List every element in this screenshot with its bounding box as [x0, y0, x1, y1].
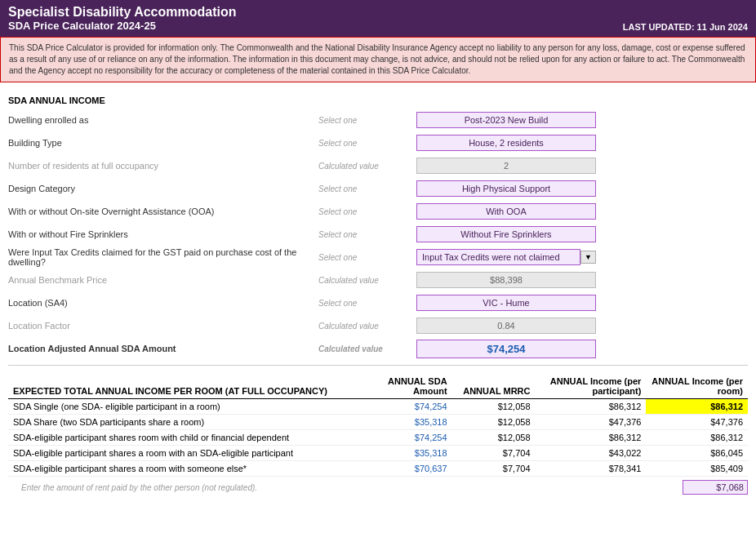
row-pr: $86,312 — [646, 399, 748, 415]
tax-hint: Select one — [318, 253, 416, 262]
building-type-select[interactable]: House, 2 residents — [416, 135, 596, 151]
ooa-select[interactable]: With OOA — [416, 203, 596, 220]
ooa-value-wrap: With OOA — [416, 203, 596, 220]
design-label: Design Category — [8, 184, 318, 193]
row-pr: $86,312 — [646, 430, 748, 446]
sprinklers-hint: Select one — [318, 230, 416, 239]
benchmark-hint: Calculated value — [318, 276, 416, 285]
tax-value-wrap: Input Tax Credits were not claimed ▼ — [416, 249, 596, 265]
benchmark-label: Annual Benchmark Price — [8, 275, 318, 285]
location-select[interactable]: VIC - Hume — [416, 295, 596, 311]
row-sda: $35,318 — [359, 415, 451, 430]
app-title: Specialist Disability Accommodation — [8, 5, 236, 20]
disclaimer-text: This SDA Price Calculator is provided fo… — [9, 43, 745, 75]
row-pp: $47,376 — [536, 415, 647, 430]
dwelling-label: Dwelling enrolled as — [8, 115, 318, 125]
factor-hint: Calculated value — [318, 322, 416, 331]
table-row: SDA-eligible participant shares a room w… — [8, 461, 748, 477]
location-label: Location (SA4) — [8, 298, 318, 308]
row-desc: SDA Single (one SDA- eligible participan… — [8, 399, 359, 415]
row-sda: $70,637 — [359, 461, 451, 477]
ooa-label: With or without On-site Overnight Assist… — [8, 207, 318, 216]
ooa-row: With or without On-site Overnight Assist… — [8, 202, 748, 221]
table-row: SDA Share (two SDA participants share a … — [8, 415, 748, 430]
adjusted-value-wrap: $74,254 — [416, 340, 596, 358]
row-mrrc: $7,704 — [452, 446, 536, 461]
row-mrrc: $12,058 — [452, 415, 536, 430]
factor-value-wrap: 0.84 — [416, 318, 596, 334]
last-updated: LAST UPDATED: 11 Jun 2024 — [623, 22, 748, 32]
row-sda: $35,318 — [359, 446, 451, 461]
sprinklers-row: With or without Fire Sprinklers Select o… — [8, 224, 748, 244]
sprinklers-label: With or without Fire Sprinklers — [8, 229, 318, 239]
row-mrrc: $7,704 — [452, 461, 536, 477]
dwelling-hint: Select one — [318, 116, 416, 125]
page-header: Specialist Disability Accommodation SDA … — [0, 0, 756, 37]
residents-row: Number of residents at full occupancy Ca… — [8, 156, 748, 175]
row-pr: $85,409 — [646, 461, 748, 477]
row-pp: $78,341 — [536, 461, 647, 477]
adjusted-row: Location Adjusted Annual SDA Amount Calc… — [8, 339, 748, 358]
residents-hint: Calculated value — [318, 162, 416, 171]
building-type-label: Building Type — [8, 138, 318, 148]
row-pr: $86,045 — [646, 446, 748, 461]
adjusted-hint: Calculated value — [318, 344, 416, 353]
row-sda: $74,254 — [359, 430, 451, 446]
sprinklers-value-wrap: Without Fire Sprinklers — [416, 226, 596, 242]
tax-select[interactable]: Input Tax Credits were not claimed — [416, 249, 580, 265]
adjusted-value: $74,254 — [416, 340, 596, 358]
design-hint: Select one — [318, 184, 416, 193]
benchmark-value: $88,398 — [416, 272, 596, 288]
table-header-row: EXPECTED TOTAL ANNUAL INCOME PER ROOM (A… — [8, 374, 748, 399]
residents-label: Number of residents at full occupancy — [8, 161, 318, 171]
residents-value-wrap: 2 — [416, 158, 596, 174]
benchmark-row: Annual Benchmark Price Calculated value … — [8, 270, 748, 290]
row-desc: SDA-eligible participant shares a room w… — [8, 446, 359, 461]
dwelling-select[interactable]: Post-2023 New Build — [416, 112, 596, 128]
building-type-hint: Select one — [318, 139, 416, 148]
col-mrrc-header: ANNUAL MRRC — [452, 374, 536, 399]
income-table: EXPECTED TOTAL ANNUAL INCOME PER ROOM (A… — [8, 374, 748, 477]
adjusted-label: Location Adjusted Annual SDA Amount — [8, 344, 318, 353]
design-value-wrap: High Physical Support — [416, 180, 596, 197]
row-pp: $43,022 — [536, 446, 647, 461]
dwelling-value-wrap: Post-2023 New Build — [416, 112, 596, 128]
disclaimer-box: This SDA Price Calculator is provided fo… — [0, 37, 756, 82]
row-pp: $86,312 — [536, 430, 647, 446]
table-row: SDA-eligible participant shares a room w… — [8, 446, 748, 461]
dwelling-row: Dwelling enrolled as Select one Post-202… — [8, 110, 748, 130]
col-pp-header: ANNUAL Income (per participant) — [536, 374, 647, 399]
location-value-wrap: VIC - Hume — [416, 295, 596, 311]
col-pr-header: ANNUAL Income (per room) — [646, 374, 748, 399]
section1-title: SDA ANNUAL INCOME — [8, 95, 748, 105]
col-desc-header: EXPECTED TOTAL ANNUAL INCOME PER ROOM (A… — [8, 374, 359, 399]
sprinklers-select[interactable]: Without Fire Sprinklers — [416, 226, 596, 242]
tax-label: Were Input Tax Credits claimed for the G… — [8, 247, 318, 267]
tax-row: Were Input Tax Credits claimed for the G… — [8, 247, 748, 267]
factor-label: Location Factor — [8, 321, 318, 331]
location-row: Location (SA4) Select one VIC - Hume — [8, 293, 748, 313]
rent-row: Enter the amount of rent paid by the oth… — [8, 480, 748, 495]
main-content: SDA ANNUAL INCOME Dwelling enrolled as S… — [0, 82, 756, 501]
row-mrrc: $12,058 — [452, 399, 536, 415]
design-select[interactable]: High Physical Support — [416, 180, 596, 197]
row-desc: SDA Share (two SDA participants share a … — [8, 415, 359, 430]
building-type-value-wrap: House, 2 residents — [416, 135, 596, 151]
row-pp: $86,312 — [536, 399, 647, 415]
section-divider — [8, 365, 748, 366]
row-desc: SDA-eligible participant shares a room w… — [8, 461, 359, 477]
row-sda: $74,254 — [359, 399, 451, 415]
app-subtitle: SDA Price Calculator 2024-25 — [8, 20, 236, 32]
rent-input[interactable] — [683, 480, 748, 495]
design-row: Design Category Select one High Physical… — [8, 179, 748, 198]
dropdown-arrow-icon: ▼ — [580, 251, 596, 264]
col-sda-header: ANNUAL SDA Amount — [359, 374, 451, 399]
residents-value: 2 — [416, 158, 596, 174]
row-desc: SDA-eligible participant shares room wit… — [8, 430, 359, 446]
table-row: SDA-eligible participant shares room wit… — [8, 430, 748, 446]
factor-row: Location Factor Calculated value 0.84 — [8, 316, 748, 335]
building-type-row: Building Type Select one House, 2 reside… — [8, 133, 748, 153]
ooa-hint: Select one — [318, 207, 416, 216]
location-hint: Select one — [318, 299, 416, 308]
rent-note: Enter the amount of rent paid by the oth… — [8, 483, 683, 492]
